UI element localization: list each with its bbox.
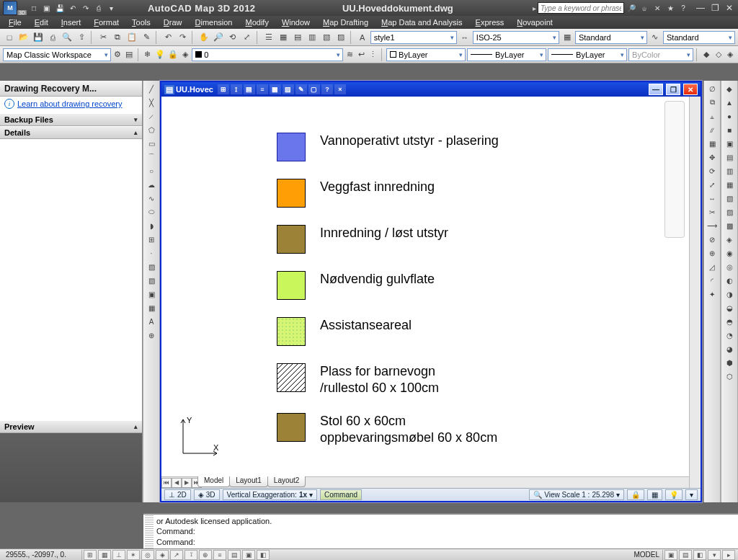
sb-r1-icon[interactable]: ▣ xyxy=(664,550,677,560)
layer-prev-icon[interactable]: ↩ xyxy=(356,48,366,62)
sb-osnap-icon[interactable]: ◎ xyxy=(141,550,154,560)
sign-in-icon[interactable]: ⍦ xyxy=(639,2,650,14)
sb-grid-icon[interactable]: ▦ xyxy=(98,550,111,560)
map-10-icon[interactable]: ▨ xyxy=(722,205,737,218)
paste-icon[interactable]: 📋 xyxy=(125,30,138,45)
block-icon[interactable]: ⊞ xyxy=(144,233,159,246)
calc-icon[interactable]: ▨ xyxy=(334,30,347,45)
doc-tb-1-icon[interactable]: ⊞ xyxy=(218,84,229,94)
model-paper-toggle[interactable]: MODEL xyxy=(631,550,663,560)
map-16-icon[interactable]: ◑ xyxy=(722,288,737,301)
sb-snap-icon[interactable]: ⊞ xyxy=(84,550,97,560)
sb-ortho-icon[interactable]: ⊥ xyxy=(112,550,125,560)
qat-open-icon[interactable]: ▣ xyxy=(41,2,53,14)
zoom-ext-icon[interactable]: ⤢ xyxy=(241,30,254,45)
plot-icon[interactable]: ⎙ xyxy=(46,30,59,45)
details-header[interactable]: Details▴ xyxy=(0,126,142,139)
dim-style-select[interactable]: ISO-25 xyxy=(473,31,559,44)
vert-exag-button[interactable]: Vertical Exaggeration: 1x ▾ xyxy=(223,489,317,500)
circle-icon[interactable]: ○ xyxy=(144,164,159,177)
menu-map-data[interactable]: Map Data and Analysis xyxy=(375,17,469,27)
offset-icon[interactable]: ⫽ xyxy=(705,123,719,136)
ml-style-icon[interactable]: ∿ xyxy=(649,30,662,45)
copy-icon[interactable]: ⧉ xyxy=(111,30,124,45)
map-9-icon[interactable]: ▧ xyxy=(722,192,737,205)
layer-match-icon[interactable]: ⋮ xyxy=(368,48,378,62)
menu-window[interactable]: Window xyxy=(275,17,316,27)
search-icon[interactable]: 🔎 xyxy=(626,2,637,14)
sb-tray-icon[interactable]: ▸ xyxy=(722,550,735,560)
command-prompt-button[interactable]: Command xyxy=(320,489,362,500)
erase-icon[interactable]: ∅ xyxy=(705,82,719,95)
map-3-icon[interactable]: ● xyxy=(722,110,737,123)
app-menu-button[interactable]: M xyxy=(3,1,17,15)
ellipse-icon[interactable]: ⬭ xyxy=(144,205,159,218)
command-line[interactable]: or Autodesk licensed application. Comman… xyxy=(143,513,738,548)
layout-tab-layout2[interactable]: Layout2 xyxy=(267,476,306,487)
doc-tb-9-icon[interactable]: ? xyxy=(321,84,333,94)
restore-button[interactable]: ❐ xyxy=(709,3,721,13)
sb-polar-icon[interactable]: ✶ xyxy=(127,550,140,560)
doc-maximize-button[interactable]: ❐ xyxy=(666,84,680,95)
new-icon[interactable]: □ xyxy=(3,30,16,45)
sb-dyn-icon[interactable]: ⊕ xyxy=(199,550,212,560)
workspace-select[interactable]: Map Classic Workspace xyxy=(3,48,111,61)
color-select[interactable]: ByLayer xyxy=(386,48,466,61)
open-icon[interactable]: 📂 xyxy=(17,30,30,45)
pline-icon[interactable]: ⟋ xyxy=(144,110,159,123)
doc-tb-4-icon[interactable]: ≡ xyxy=(257,84,268,94)
scrollbar-vertical[interactable] xyxy=(689,97,701,488)
sb-lwt-icon[interactable]: ≡ xyxy=(213,550,226,560)
tab-prev-icon[interactable]: ◀ xyxy=(172,478,182,488)
sb-r4-icon[interactable]: ▾ xyxy=(708,550,721,560)
menu-file[interactable]: File xyxy=(2,17,28,27)
redo-icon[interactable]: ↷ xyxy=(176,30,189,45)
ds-lock-icon[interactable]: 🔒 xyxy=(627,489,644,500)
help-search-input[interactable] xyxy=(538,2,624,14)
doc-tb-5-icon[interactable]: ▦ xyxy=(270,84,281,94)
map-22-icon[interactable]: ⬡ xyxy=(722,370,737,383)
doc-tb-6-icon[interactable]: ▨ xyxy=(283,84,294,94)
toolpal-icon[interactable]: ▤ xyxy=(291,30,304,45)
chamfer-icon[interactable]: ◿ xyxy=(705,260,719,273)
arc-icon[interactable]: ⌒ xyxy=(144,151,159,164)
table-style-icon[interactable]: ▦ xyxy=(561,30,574,45)
region-icon[interactable]: ▣ xyxy=(144,288,159,301)
doc-minimize-button[interactable]: — xyxy=(649,84,663,95)
workspace-gear-icon[interactable]: ⚙ xyxy=(112,48,123,62)
menu-dimension[interactable]: Dimension xyxy=(188,17,239,27)
qat-more-icon[interactable]: ▾ xyxy=(106,2,117,14)
zoom-prev-icon[interactable]: ⟲ xyxy=(226,30,239,45)
map-12-icon[interactable]: ◈ xyxy=(722,233,737,246)
map-7-icon[interactable]: ▥ xyxy=(722,164,737,177)
scale-icon[interactable]: ⤢ xyxy=(705,178,719,191)
table-style-select[interactable]: Standard xyxy=(575,31,647,44)
tab-first-icon[interactable]: ⏮ xyxy=(161,478,172,488)
menu-format[interactable]: Format xyxy=(87,17,125,27)
ds-more-icon[interactable]: ▾ xyxy=(685,489,698,500)
map-5-icon[interactable]: ▣ xyxy=(722,137,737,150)
qat-undo-icon[interactable]: ↶ xyxy=(67,2,79,14)
lineweight-select[interactable]: ByLayer xyxy=(548,48,627,61)
mode-2d-button[interactable]: ⊥ 2D xyxy=(164,489,191,500)
undo-icon[interactable]: ↶ xyxy=(161,30,174,45)
ellarc-icon[interactable]: ◗ xyxy=(144,219,159,232)
menu-tools[interactable]: Tools xyxy=(125,17,157,27)
sb-tpy-icon[interactable]: ▤ xyxy=(228,550,241,560)
layout-tab-layout1[interactable]: Layout1 xyxy=(229,476,268,487)
move-icon[interactable]: ✥ xyxy=(705,151,719,164)
layer-iso-icon[interactable]: ◈ xyxy=(180,48,190,62)
table-icon[interactable]: ▦ xyxy=(144,301,159,314)
sb-sc-icon[interactable]: ◧ xyxy=(257,550,270,560)
rotate-icon[interactable]: ⟳ xyxy=(705,164,719,177)
tab-next-icon[interactable]: ▶ xyxy=(182,478,192,488)
coords-readout[interactable]: 29555., -20997., 0. xyxy=(3,550,82,560)
map-19-icon[interactable]: ◔ xyxy=(722,329,737,342)
learn-recovery-link[interactable]: Learn about drawing recovery xyxy=(17,99,123,108)
fillet-icon[interactable]: ◜ xyxy=(705,274,719,287)
menu-draw[interactable]: Draw xyxy=(157,17,189,27)
rect-icon[interactable]: ▭ xyxy=(144,137,159,150)
doc-tb-8-icon[interactable]: ▢ xyxy=(308,84,320,94)
map-11-icon[interactable]: ▩ xyxy=(722,219,737,232)
qat-save-icon[interactable]: 💾 xyxy=(54,2,66,14)
